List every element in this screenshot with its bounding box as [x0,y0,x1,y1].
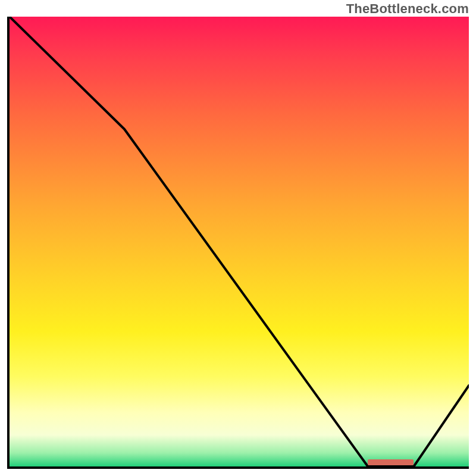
bottleneck-curve [10,17,469,466]
plot-frame [7,17,469,469]
optimal-range-marker [368,459,414,465]
attribution-label: TheBottleneck.com [346,1,469,17]
plot-gradient-area [10,17,469,466]
chart-root: TheBottleneck.com [0,0,476,476]
